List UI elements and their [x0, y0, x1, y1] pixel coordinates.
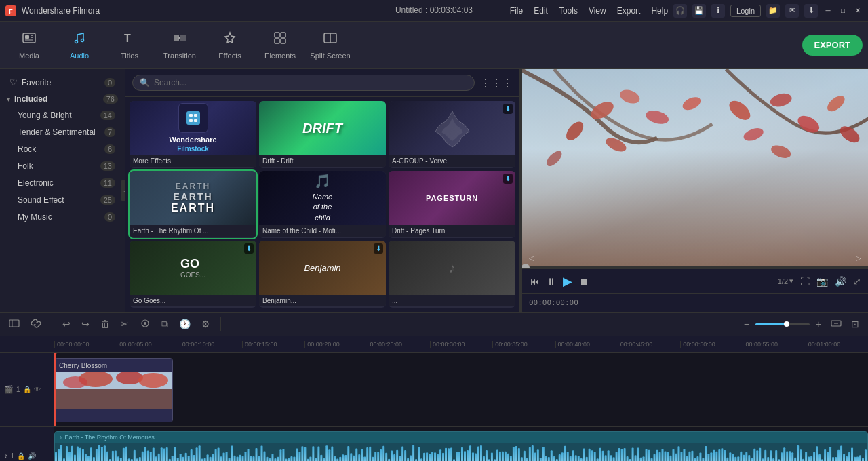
- svg-rect-118: [237, 456, 239, 461]
- toolbar-elements[interactable]: Elements: [256, 25, 304, 66]
- menu-export[interactable]: Export: [617, 6, 641, 16]
- sidebar-item-electronic[interactable]: Electronic 11: [3, 175, 122, 191]
- audio-lock-icon[interactable]: 🔒: [17, 452, 25, 460]
- sidebar-item-rock[interactable]: Rock 6: [3, 141, 122, 157]
- menu-file[interactable]: File: [510, 6, 523, 16]
- svg-rect-219: [510, 456, 512, 461]
- play-button[interactable]: ▶: [561, 273, 574, 290]
- panel-collapse-button[interactable]: ◀: [121, 180, 125, 201]
- svg-rect-349: [862, 458, 864, 461]
- menu-tools[interactable]: Tools: [559, 6, 578, 16]
- redo-button[interactable]: ↪: [78, 317, 93, 332]
- toolbar-media[interactable]: Media: [5, 25, 53, 66]
- close-button[interactable]: ✕: [853, 6, 863, 16]
- content-grid: WondershareFilmstock More Effects DRIFT …: [125, 97, 519, 312]
- toolbar-separator-1: [52, 317, 52, 331]
- preview-timecode-in: ◁: [529, 254, 534, 262]
- svg-rect-65: [93, 457, 95, 461]
- fullscreen-icon[interactable]: ⛶: [800, 276, 810, 287]
- menu-edit[interactable]: Edit: [534, 6, 548, 16]
- search-input[interactable]: [154, 78, 467, 87]
- toolbar-splitscreen[interactable]: Split Screen: [307, 25, 354, 66]
- copy-button[interactable]: ⧉: [158, 317, 172, 332]
- zoom-in-button[interactable]: +: [812, 317, 825, 332]
- grid-item-pagesturn[interactable]: PAGESTURN ⬇ Drift - Pages Turn: [389, 171, 515, 238]
- grid-item-benjamin[interactable]: Benjamin ⬇ Benjamin...: [259, 241, 386, 308]
- grid-item-drift[interactable]: DRIFT Drift - Drift: [259, 101, 386, 168]
- search-box[interactable]: 🔍: [132, 75, 475, 91]
- zoom-out-button[interactable]: −: [741, 317, 753, 332]
- pause-button[interactable]: ⏸: [545, 275, 557, 288]
- add-media-button[interactable]: [5, 316, 23, 333]
- download-icon[interactable]: ⬇: [804, 4, 818, 18]
- grid-item-misc[interactable]: ♪ ...: [389, 241, 515, 308]
- svg-rect-295: [715, 452, 717, 461]
- screenshot-icon[interactable]: 📷: [816, 276, 828, 287]
- zoom-slider[interactable]: [755, 323, 810, 325]
- sidebar-item-tender[interactable]: Tender & Sentimental 7: [3, 124, 122, 140]
- sidebar-item-soundeffect[interactable]: Sound Effect 25: [3, 192, 122, 208]
- volume-icon[interactable]: 🔊: [835, 276, 846, 287]
- toolbar-titles[interactable]: T Titles: [106, 25, 153, 66]
- name-text: Nameof thechild: [313, 192, 332, 223]
- prev-frame-button[interactable]: ⏮: [529, 275, 541, 288]
- folder-icon[interactable]: 📁: [766, 4, 780, 18]
- audio-track-row: ♪ Earth - The Rhythm Of Memories: [54, 427, 868, 461]
- stop-button[interactable]: ⏹: [578, 275, 590, 288]
- svg-rect-150: [323, 458, 325, 461]
- page-number: 1/2: [778, 277, 788, 285]
- grid-item-name[interactable]: 🎵 Nameof thechild Name of the Child - Mo…: [259, 171, 386, 238]
- headphones-icon[interactable]: 🎧: [673, 4, 687, 18]
- video-lock-icon[interactable]: 🔒: [23, 386, 31, 393]
- toolbar-effects[interactable]: Effects: [206, 25, 254, 66]
- audio-clip[interactable]: ♪ Earth - The Rhythm Of Memories: [54, 431, 868, 461]
- sidebar-item-young[interactable]: Young & Bright 14: [3, 107, 122, 123]
- expand-icon[interactable]: ⤢: [853, 276, 861, 287]
- preview-scrubber-bar[interactable]: [522, 266, 868, 268]
- delete-button[interactable]: 🗑: [97, 317, 113, 332]
- video-eye-icon[interactable]: 👁: [34, 386, 41, 393]
- clock-button[interactable]: 🕐: [176, 317, 194, 332]
- svg-rect-54: [63, 458, 65, 461]
- grid-item-go[interactable]: GO GOES... ⬇ Go Goes...: [130, 241, 256, 308]
- svg-rect-68: [101, 447, 103, 461]
- grid-item-agroup[interactable]: ⬇ A-GROUP - Verve: [389, 101, 515, 168]
- playhead[interactable]: [54, 353, 56, 426]
- grid-item-more-effects[interactable]: WondershareFilmstock More Effects: [130, 101, 256, 168]
- audio-volume-icon[interactable]: 🔊: [28, 452, 36, 460]
- cut-button[interactable]: ✂: [117, 317, 132, 332]
- grid-view-icon[interactable]: ⋮⋮⋮: [480, 77, 513, 89]
- undo-button[interactable]: ↩: [59, 317, 74, 332]
- ripple-button[interactable]: [136, 316, 154, 333]
- page-indicator: 1/2 ▾: [778, 277, 793, 285]
- maximize-button[interactable]: □: [838, 6, 848, 16]
- toolbar-transition[interactable]: Transition: [156, 25, 203, 66]
- page-dropdown-icon[interactable]: ▾: [789, 277, 793, 285]
- frame-button[interactable]: ⊡: [848, 317, 863, 332]
- sidebar-item-mymusic[interactable]: My Music 0: [3, 209, 122, 225]
- svg-rect-176: [393, 454, 395, 461]
- settings-button[interactable]: ⚙: [198, 317, 214, 332]
- menu-help[interactable]: Help: [651, 6, 668, 16]
- export-button[interactable]: EXPORT: [802, 35, 863, 56]
- video-clip[interactable]: Cherry Blossom: [54, 358, 173, 422]
- save-icon[interactable]: 💾: [692, 4, 706, 18]
- sidebar-item-favorite[interactable]: ♡ Favorite 0: [3, 74, 122, 91]
- minimize-button[interactable]: ─: [823, 6, 833, 16]
- svg-rect-244: [578, 456, 580, 461]
- sidebar-item-folk[interactable]: Folk 13: [3, 158, 122, 174]
- toolbar-transition-label: Transition: [163, 52, 196, 60]
- sidebar-item-included[interactable]: ▾ Included 76: [0, 92, 125, 106]
- mail-icon[interactable]: ✉: [785, 4, 799, 18]
- svg-rect-188: [426, 452, 428, 461]
- fit-button[interactable]: [827, 316, 845, 333]
- login-button[interactable]: Login: [730, 5, 761, 17]
- toolbar-audio[interactable]: Audio: [56, 25, 103, 66]
- menu-bar: File Edit Tools View Export Help: [510, 6, 668, 16]
- menu-view[interactable]: View: [589, 6, 606, 16]
- link-button[interactable]: [27, 316, 45, 333]
- grid-item-earth[interactable]: EARTH EARTH EARTH Earth - The Rhythm Of …: [130, 171, 256, 238]
- elements-icon: [273, 31, 288, 49]
- info-icon[interactable]: ℹ: [711, 4, 725, 18]
- zoom-handle[interactable]: [784, 321, 789, 327]
